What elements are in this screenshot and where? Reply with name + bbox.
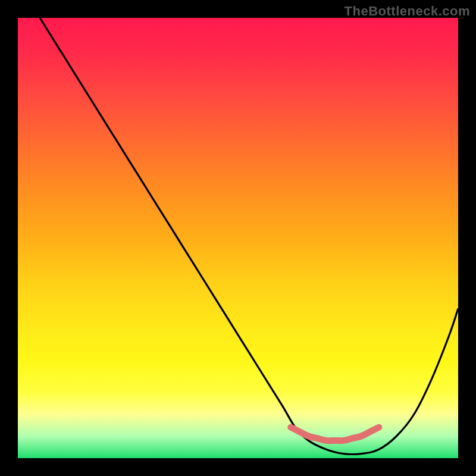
bottleneck-curve [40, 18, 458, 455]
plot-area [18, 18, 458, 458]
watermark-text: TheBottleneck.com [345, 4, 470, 19]
chart-frame: TheBottleneck.com [0, 0, 476, 476]
curve-layer [18, 18, 458, 458]
optimal-zone-marker [291, 427, 379, 441]
